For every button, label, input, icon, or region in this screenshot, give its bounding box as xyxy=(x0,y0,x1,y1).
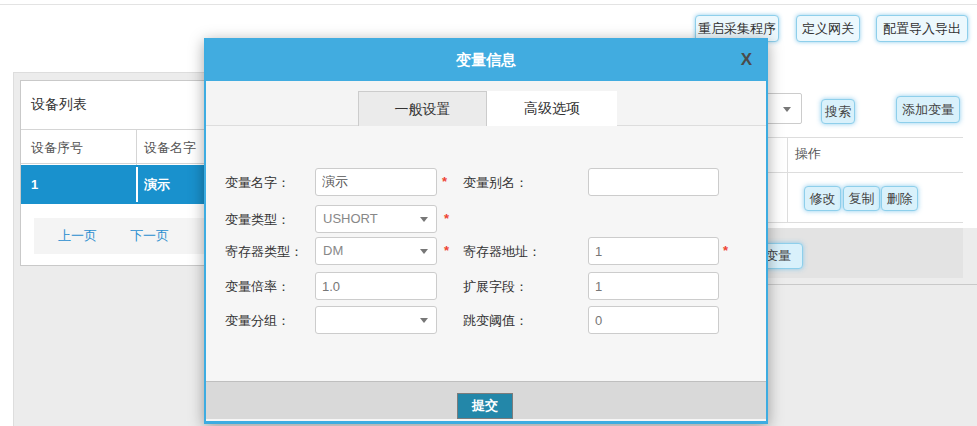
register-address-label: 寄存器地址： xyxy=(463,243,541,261)
variable-type-label: 变量类型： xyxy=(225,211,290,229)
modify-button[interactable]: 修改 xyxy=(804,186,841,211)
variable-alias-label: 变量别名： xyxy=(463,174,528,192)
modal-header: 变量信息 X xyxy=(206,38,766,81)
top-divider xyxy=(0,4,977,5)
variable-type-value: USHORT xyxy=(323,206,378,232)
prev-page-link[interactable]: 上一页 xyxy=(58,218,97,254)
device-seq-column-header: 设备序号 xyxy=(31,130,83,165)
table-line xyxy=(787,137,788,222)
column-divider xyxy=(136,130,137,165)
variable-name-label: 变量名字： xyxy=(225,174,290,192)
chevron-down-icon xyxy=(420,249,428,254)
search-button[interactable]: 搜索 xyxy=(821,99,855,124)
device-name-cell: 演示 xyxy=(144,165,170,204)
extension-field-input[interactable] xyxy=(588,272,719,300)
required-asterisk: * xyxy=(723,243,728,258)
variable-group-select[interactable] xyxy=(315,306,437,334)
device-list-title: 设备列表 xyxy=(31,81,87,128)
define-gateway-button[interactable]: 定义网关 xyxy=(796,15,860,42)
variable-ratio-label: 变量倍率： xyxy=(225,278,290,296)
register-type-select[interactable]: DM xyxy=(315,237,437,265)
copy-button[interactable]: 复制 xyxy=(843,186,880,211)
operations-column-header: 操作 xyxy=(795,145,821,163)
required-asterisk: * xyxy=(444,211,449,226)
variable-alias-input[interactable] xyxy=(588,168,719,196)
variable-group-label: 变量分组： xyxy=(225,312,290,330)
variable-name-input[interactable] xyxy=(315,168,437,196)
jump-threshold-label: 跳变阈值： xyxy=(463,312,528,330)
next-page-link[interactable]: 下一页 xyxy=(130,218,169,254)
required-asterisk: * xyxy=(442,174,447,189)
variable-info-modal: 变量信息 X 一般设置 高级选项 变量名字： * 变量别名： 变量类型： USH… xyxy=(204,38,768,424)
variable-ratio-input[interactable] xyxy=(315,272,437,300)
chevron-down-icon xyxy=(420,217,428,222)
variable-type-select[interactable]: USHORT xyxy=(315,205,437,233)
close-icon[interactable]: X xyxy=(741,38,752,81)
extension-field-label: 扩展字段： xyxy=(463,278,528,296)
tab-general-settings[interactable]: 一般设置 xyxy=(358,91,487,126)
register-type-label: 寄存器类型： xyxy=(225,243,303,261)
config-import-export-button[interactable]: 配置导入导出 xyxy=(876,15,968,42)
modal-tabstrip: 一般设置 高级选项 xyxy=(206,81,766,126)
delete-button[interactable]: 删除 xyxy=(881,186,918,211)
register-address-input[interactable] xyxy=(588,237,719,265)
screen: 重启采集程序 定义网关 配置导入导出 设备列表 设备序号 设备名字 1 演示 上… xyxy=(0,0,977,426)
modal-title: 变量信息 xyxy=(206,38,766,81)
device-name-column-header: 设备名字 xyxy=(144,130,196,165)
chevron-down-icon xyxy=(420,318,428,323)
submit-button[interactable]: 提交 xyxy=(457,393,513,419)
register-type-value: DM xyxy=(323,238,343,264)
jump-threshold-input[interactable] xyxy=(588,306,719,334)
add-variable-button[interactable]: 添加变量 xyxy=(896,96,960,123)
device-seq-cell: 1 xyxy=(31,165,38,204)
tab-advanced-options[interactable]: 高级选项 xyxy=(487,91,617,126)
required-asterisk: * xyxy=(444,243,449,258)
column-divider xyxy=(136,167,138,202)
chevron-down-icon xyxy=(783,107,791,112)
